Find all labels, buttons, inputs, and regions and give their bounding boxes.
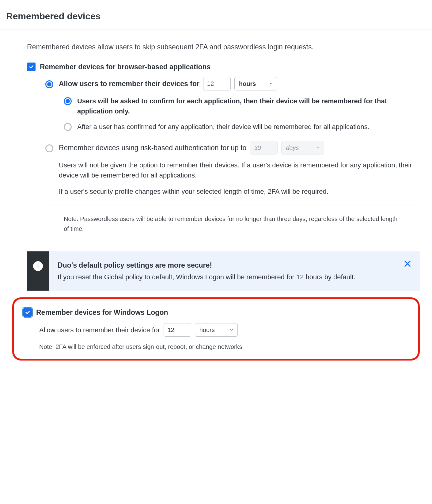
intro-text: Remembered devices allow users to skip s… <box>27 42 414 52</box>
settings-panel: Remembered devices allow users to skip s… <box>0 29 432 248</box>
risk-duration-input <box>250 141 278 155</box>
svg-point-0 <box>38 265 39 265</box>
radio-risk-based[interactable]: Remember devices using risk-based authen… <box>45 141 414 155</box>
separator <box>45 205 414 205</box>
chevron-down-icon <box>229 328 234 332</box>
chevron-down-icon <box>316 146 320 150</box>
check-icon <box>25 310 30 315</box>
windows-duration-unit-select[interactable]: hours <box>195 323 238 337</box>
windows-duration-input[interactable] <box>164 323 191 337</box>
svg-rect-1 <box>38 266 38 268</box>
windows-duration-unit-value: hours <box>199 325 215 334</box>
allow-duration-prefix: Allow users to remember their devices fo… <box>59 78 199 89</box>
risk-desc-2: If a user's security profile changes wit… <box>59 186 414 197</box>
remember-windows-checkbox[interactable] <box>23 308 32 317</box>
windows-duration-row: Allow users to remember their device for… <box>39 323 409 337</box>
info-banner: Duo's default policy settings are more s… <box>27 251 420 291</box>
banner-body: Duo's default policy settings are more s… <box>49 251 420 291</box>
windows-logon-section: Remember devices for Windows Logon Allow… <box>12 297 420 361</box>
banner-title: Duo's default policy settings are more s… <box>58 260 401 271</box>
radio-confirm-any-app-control[interactable] <box>64 123 72 131</box>
remember-browser-label: Remember devices for browser-based appli… <box>40 62 210 72</box>
radio-confirm-each-app[interactable]: Users will be asked to confirm for each … <box>64 96 414 116</box>
browser-duration-input[interactable] <box>203 77 231 90</box>
section-title: Remembered devices <box>6 9 432 23</box>
radio-allow-duration-control[interactable] <box>45 80 53 88</box>
radio-confirm-each-app-control[interactable] <box>64 97 72 105</box>
remember-browser-checkbox-row[interactable]: Remember devices for browser-based appli… <box>27 62 414 72</box>
radio-risk-based-label: Remember devices using risk-based authen… <box>59 141 324 155</box>
risk-desc-1: Users will not be given the option to re… <box>59 160 414 180</box>
radio-confirm-any-app-label: After a user has confirmed for any appli… <box>77 122 369 132</box>
windows-note: Note: 2FA will be enforced after users s… <box>39 342 409 351</box>
windows-duration-prefix: Allow users to remember their device for <box>39 325 160 335</box>
remember-windows-label: Remember devices for Windows Logon <box>36 307 168 318</box>
browser-duration-unit-select[interactable]: hours <box>234 77 277 90</box>
chevron-down-icon <box>269 82 273 86</box>
banner-text: If you reset the Global policy to defaul… <box>58 273 355 281</box>
browser-duration-unit-value: hours <box>239 79 256 88</box>
radio-allow-duration-label: Allow users to remember their devices fo… <box>59 77 277 90</box>
risk-duration-unit-select: days <box>281 141 324 155</box>
radio-risk-based-control[interactable] <box>45 144 53 152</box>
remember-browser-checkbox[interactable] <box>27 63 36 71</box>
passwordless-note: Note: Passwordless users will be able to… <box>64 214 401 234</box>
banner-dark-strip <box>27 251 49 291</box>
radio-confirm-each-app-label: Users will be asked to confirm for each … <box>77 96 414 116</box>
remember-windows-checkbox-row[interactable]: Remember devices for Windows Logon <box>23 307 409 318</box>
risk-prefix: Remember devices using risk-based authen… <box>59 143 246 153</box>
risk-duration-unit-value: days <box>286 143 299 152</box>
radio-confirm-any-app[interactable]: After a user has confirmed for any appli… <box>64 122 414 132</box>
check-icon <box>28 64 34 70</box>
info-icon <box>33 261 43 271</box>
close-icon <box>403 259 412 268</box>
banner-close-button[interactable] <box>403 259 412 268</box>
radio-allow-duration[interactable]: Allow users to remember their devices fo… <box>45 77 414 90</box>
